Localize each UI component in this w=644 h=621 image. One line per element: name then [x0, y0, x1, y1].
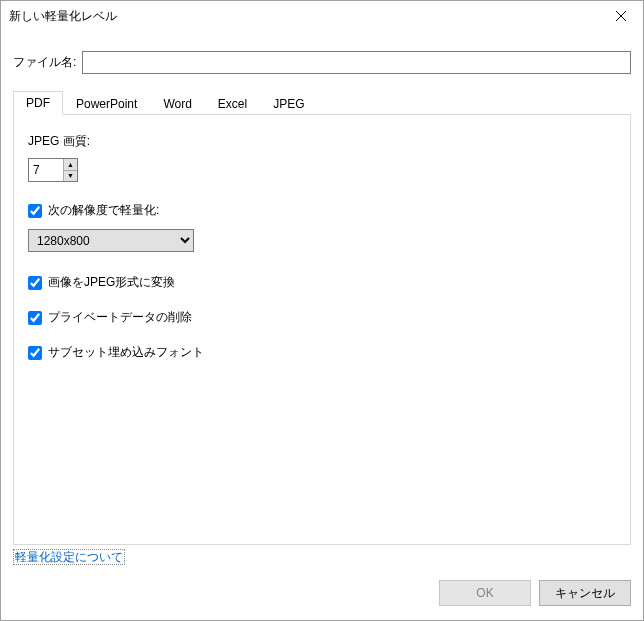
jpeg-quality-spinner[interactable]: ▲ ▼	[28, 158, 78, 182]
jpeg-quality-label: JPEG 画質:	[28, 133, 616, 150]
subset-fonts-label: サブセット埋め込みフォント	[48, 344, 204, 361]
window-title: 新しい軽量化レベル	[9, 8, 599, 25]
filename-row: ファイル名:	[13, 51, 631, 74]
dialog-body: ファイル名: PDF PowerPoint Word Excel JPEG JP…	[1, 31, 643, 620]
about-link[interactable]: 軽量化設定について	[13, 549, 125, 565]
filename-input[interactable]	[82, 51, 631, 74]
spinner-down[interactable]: ▼	[64, 171, 77, 182]
resolution-checkbox[interactable]	[28, 204, 42, 218]
tabstrip: PDF PowerPoint Word Excel JPEG	[13, 90, 631, 114]
spinner-buttons: ▲ ▼	[63, 159, 77, 181]
spinner-up[interactable]: ▲	[64, 159, 77, 171]
tab-word[interactable]: Word	[150, 92, 204, 115]
tab-jpeg[interactable]: JPEG	[260, 92, 317, 115]
resolution-select-wrap: 1280x800	[28, 229, 616, 252]
tabpanel-pdf: JPEG 画質: ▲ ▼ 次の解像度で軽量化: 1280x800 画像をJPE	[13, 114, 631, 545]
close-button[interactable]	[599, 1, 643, 31]
resolution-row: 次の解像度で軽量化:	[28, 202, 616, 219]
close-icon	[616, 11, 626, 21]
subset-fonts-checkbox[interactable]	[28, 346, 42, 360]
titlebar: 新しい軽量化レベル	[1, 1, 643, 31]
resolution-checkbox-label: 次の解像度で軽量化:	[48, 202, 159, 219]
tab-powerpoint[interactable]: PowerPoint	[63, 92, 150, 115]
remove-private-row: プライベートデータの削除	[28, 309, 616, 326]
jpeg-quality-input[interactable]	[29, 159, 63, 181]
button-bar: OK キャンセル	[13, 580, 631, 606]
ok-button[interactable]: OK	[439, 580, 531, 606]
resolution-select[interactable]: 1280x800	[28, 229, 194, 252]
remove-private-label: プライベートデータの削除	[48, 309, 192, 326]
remove-private-checkbox[interactable]	[28, 311, 42, 325]
tab-excel[interactable]: Excel	[205, 92, 260, 115]
convert-jpeg-checkbox[interactable]	[28, 276, 42, 290]
convert-jpeg-label: 画像をJPEG形式に変換	[48, 274, 175, 291]
help-link-row: 軽量化設定について	[13, 549, 631, 566]
subset-fonts-row: サブセット埋め込みフォント	[28, 344, 616, 361]
filename-label: ファイル名:	[13, 54, 76, 71]
cancel-button[interactable]: キャンセル	[539, 580, 631, 606]
convert-jpeg-row: 画像をJPEG形式に変換	[28, 274, 616, 291]
dialog-window: 新しい軽量化レベル ファイル名: PDF PowerPoint Word Exc…	[0, 0, 644, 621]
tab-pdf[interactable]: PDF	[13, 91, 63, 115]
